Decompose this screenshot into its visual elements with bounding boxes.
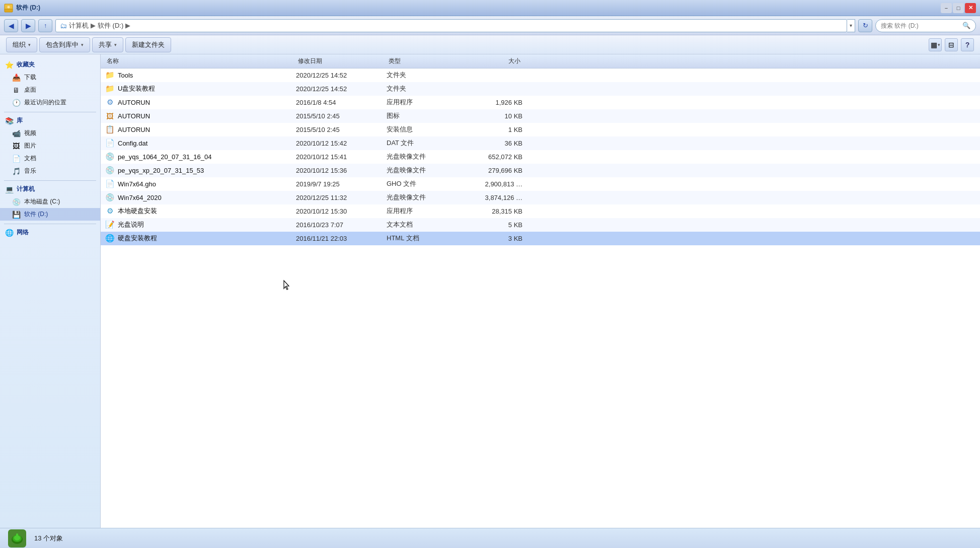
share-button[interactable]: 共享 ▾ [92, 37, 123, 52]
sidebar: ⭐ 收藏夹 📥 下载 🖥 桌面 🕐 最近访问的位置 📚 库 [0, 54, 101, 528]
file-name: 光盘说明 [118, 220, 296, 229]
view-arrow-icon: ▾ [938, 42, 940, 47]
view-options-button[interactable]: ▦ ▾ [929, 38, 942, 51]
computer-header[interactable]: 💻 计算机 [0, 183, 100, 195]
table-row[interactable]: 📝 光盘说明 2016/10/23 7:07 文本文档 5 KB [101, 218, 980, 232]
favorites-star-icon: ⭐ [5, 61, 14, 69]
desktop-icon: 🖥 [12, 86, 20, 94]
file-size: 3 KB [452, 235, 522, 242]
column-header-size[interactable]: 大小 [452, 57, 522, 65]
download-icon: 📥 [12, 74, 20, 82]
library-section: 📚 库 📹 视频 🖼 图片 📄 文档 🎵 音乐 [0, 114, 100, 177]
search-icon[interactable]: 🔍 [962, 22, 970, 29]
file-type: 文件夹 [387, 71, 452, 80]
organize-arrow-icon: ▾ [28, 42, 31, 47]
file-size: 652,072 KB [452, 153, 522, 161]
toolbar-right: ▦ ▾ ⊟ ? [929, 38, 974, 51]
title-bar: 软件 (D:) − □ ✕ [0, 0, 980, 16]
file-icon: 📝 [105, 220, 115, 230]
drive-c-icon: 💿 [12, 198, 20, 206]
help-button[interactable]: ? [961, 38, 974, 51]
file-icon: 🌐 [105, 233, 115, 243]
sidebar-item-desktop[interactable]: 🖥 桌面 [0, 84, 100, 96]
file-type: 应用程序 [387, 98, 452, 107]
table-row[interactable]: 💿 Win7x64_2020 2020/12/25 11:32 光盘映像文件 3… [101, 191, 980, 204]
file-type: 安装信息 [387, 125, 452, 134]
include-library-button[interactable]: 包含到库中 ▾ [39, 37, 90, 52]
maximize-button[interactable]: □ [953, 3, 964, 13]
main-layout: ⭐ 收藏夹 📥 下载 🖥 桌面 🕐 最近访问的位置 📚 库 [0, 54, 980, 528]
table-row[interactable]: 📄 Win7x64.gho 2019/9/7 19:25 GHO 文件 2,90… [101, 177, 980, 191]
organize-button[interactable]: 组织 ▾ [6, 37, 37, 52]
file-type: 光盘映像文件 [387, 166, 452, 175]
sidebar-item-music[interactable]: 🎵 音乐 [0, 165, 100, 177]
file-type: 文件夹 [387, 84, 452, 93]
breadcrumb-drive[interactable]: 软件 (D:) [98, 21, 123, 30]
table-row[interactable]: 📄 Config.dat 2020/10/12 15:42 DAT 文件 36 … [101, 136, 980, 150]
address-path[interactable]: 🗂 计算机 ▶ 软件 (D:) ▶ [55, 19, 847, 32]
minimize-button[interactable]: − [941, 3, 952, 13]
file-name: Tools [118, 72, 296, 79]
title-bar-left: 软件 (D:) [4, 4, 40, 13]
folder-icon: 🗂 [60, 22, 67, 30]
search-input[interactable] [881, 22, 959, 29]
file-size: 28,315 KB [452, 208, 522, 215]
file-date: 2015/5/10 2:45 [296, 126, 387, 133]
window-title: 软件 (D:) [16, 4, 40, 12]
library-header[interactable]: 📚 库 [0, 114, 100, 127]
table-row[interactable]: 📋 AUTORUN 2015/5/10 2:45 安装信息 1 KB [101, 123, 980, 136]
svg-rect-1 [5, 9, 13, 12]
column-header-type[interactable]: 类型 [387, 57, 452, 65]
sidebar-item-video[interactable]: 📹 视频 [0, 127, 100, 140]
file-size: 5 KB [452, 221, 522, 229]
file-icon: 📋 [105, 124, 115, 134]
table-row[interactable]: 💿 pe_yqs_1064_20_07_31_16_04 2020/10/12 … [101, 150, 980, 164]
sidebar-item-local-c[interactable]: 💿 本地磁盘 (C:) [0, 195, 100, 208]
file-date: 2015/5/10 2:45 [296, 112, 387, 120]
favorites-header[interactable]: ⭐ 收藏夹 [0, 58, 100, 71]
network-icon: 🌐 [5, 229, 14, 237]
file-list-container: 名称 修改日期 类型 大小 📁 Tools 2020/12/25 14:52 文… [101, 54, 980, 528]
view-icon: ▦ [931, 41, 937, 49]
address-bar: ◀ ▶ ↑ 🗂 计算机 ▶ 软件 (D:) ▶ ▾ ↻ 🔍 [0, 16, 980, 35]
table-row[interactable]: 📁 Tools 2020/12/25 14:52 文件夹 [101, 68, 980, 82]
computer-icon: 💻 [5, 185, 14, 193]
table-row[interactable]: 🌐 硬盘安装教程 2016/11/21 22:03 HTML 文档 3 KB [101, 232, 980, 245]
table-row[interactable]: ⚙ 本地硬盘安装 2020/10/12 15:30 应用程序 28,315 KB [101, 204, 980, 218]
address-dropdown-button[interactable]: ▾ [847, 19, 855, 32]
column-header-name[interactable]: 名称 [105, 57, 296, 65]
file-name: U盘安装教程 [118, 84, 296, 93]
sidebar-divider-2 [4, 180, 96, 181]
up-button[interactable]: ↑ [38, 19, 52, 32]
close-button[interactable]: ✕ [965, 3, 976, 13]
table-row[interactable]: 🖼 AUTORUN 2015/5/10 2:45 图标 10 KB [101, 109, 980, 123]
file-icon: 💿 [105, 192, 115, 202]
search-box: 🔍 [875, 19, 976, 32]
file-date: 2020/12/25 14:52 [296, 85, 387, 93]
file-size: 3,874,126 … [452, 194, 522, 201]
sidebar-item-software-d[interactable]: 💾 软件 (D:) [0, 208, 100, 221]
file-size: 279,696 KB [452, 167, 522, 174]
new-folder-button[interactable]: 新建文件夹 [125, 37, 171, 52]
title-controls: − □ ✕ [941, 3, 976, 13]
network-header[interactable]: 🌐 网络 [0, 226, 100, 239]
file-date: 2016/10/23 7:07 [296, 221, 387, 229]
forward-button[interactable]: ▶ [21, 19, 35, 32]
file-list: 📁 Tools 2020/12/25 14:52 文件夹 📁 U盘安装教程 20… [101, 68, 980, 528]
file-name: AUTORUN [118, 112, 296, 120]
table-row[interactable]: 💿 pe_yqs_xp_20_07_31_15_53 2020/10/12 15… [101, 164, 980, 177]
preview-pane-button[interactable]: ⊟ [945, 38, 958, 51]
music-icon: 🎵 [12, 167, 20, 175]
sidebar-item-recent[interactable]: 🕐 最近访问的位置 [0, 96, 100, 109]
sidebar-item-download[interactable]: 📥 下载 [0, 71, 100, 84]
file-type: 图标 [387, 111, 452, 120]
sidebar-item-images[interactable]: 🖼 图片 [0, 140, 100, 152]
column-header-date[interactable]: 修改日期 [296, 57, 387, 65]
file-size: 10 KB [452, 112, 522, 120]
refresh-button[interactable]: ↻ [858, 19, 872, 32]
table-row[interactable]: ⚙ AUTORUN 2016/1/8 4:54 应用程序 1,926 KB [101, 96, 980, 109]
table-row[interactable]: 📁 U盘安装教程 2020/12/25 14:52 文件夹 [101, 82, 980, 96]
back-button[interactable]: ◀ [4, 19, 18, 32]
breadcrumb-computer[interactable]: 计算机 [69, 21, 89, 30]
sidebar-item-docs[interactable]: 📄 文档 [0, 152, 100, 165]
